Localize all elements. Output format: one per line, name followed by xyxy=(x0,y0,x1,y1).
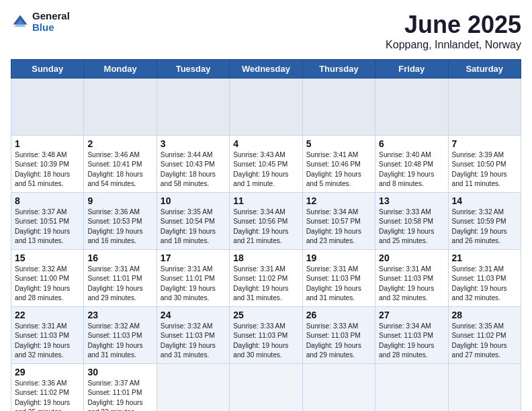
week-row-1: 1 Sunrise: 3:48 AMSunset: 10:39 PMDaylig… xyxy=(11,136,521,193)
day-number: 4 xyxy=(233,138,298,149)
calendar-cell xyxy=(448,364,521,412)
day-number: 21 xyxy=(452,253,517,263)
calendar-cell: 30 Sunrise: 3:37 AMSunset: 11:01 PMDayli… xyxy=(84,364,157,412)
day-number: 28 xyxy=(452,310,517,320)
cell-info: Sunrise: 3:36 AMSunset: 10:53 PMDaylight… xyxy=(87,208,142,244)
calendar-cell xyxy=(375,79,448,136)
cell-info: Sunrise: 3:31 AMSunset: 11:03 PMDaylight… xyxy=(452,265,507,302)
cell-info: Sunrise: 3:32 AMSunset: 11:00 PMDaylight… xyxy=(15,265,70,302)
day-number: 16 xyxy=(87,253,152,263)
cell-info: Sunrise: 3:31 AMSunset: 11:03 PMDaylight… xyxy=(379,265,434,302)
calendar-cell xyxy=(302,364,375,412)
calendar-cell: 4 Sunrise: 3:43 AMSunset: 10:45 PMDaylig… xyxy=(230,136,302,193)
calendar-cell: 24 Sunrise: 3:32 AMSunset: 11:03 PMDayli… xyxy=(157,307,229,364)
day-number: 14 xyxy=(452,195,517,206)
calendar-cell: 15 Sunrise: 3:32 AMSunset: 11:00 PMDayli… xyxy=(11,250,84,307)
calendar-cell: 2 Sunrise: 3:46 AMSunset: 10:41 PMDaylig… xyxy=(84,136,157,193)
calendar-cell: 5 Sunrise: 3:41 AMSunset: 10:46 PMDaylig… xyxy=(302,136,375,193)
calendar-cell xyxy=(375,364,448,412)
header-row: SundayMondayTuesdayWednesdayThursdayFrid… xyxy=(11,60,521,79)
cell-info: Sunrise: 3:32 AMSunset: 11:03 PMDaylight… xyxy=(161,322,216,359)
cell-info: Sunrise: 3:37 AMSunset: 10:51 PMDaylight… xyxy=(15,208,70,244)
day-number: 17 xyxy=(161,253,226,263)
calendar-cell: 19 Sunrise: 3:31 AMSunset: 11:03 PMDayli… xyxy=(302,250,375,307)
cell-info: Sunrise: 3:48 AMSunset: 10:39 PMDaylight… xyxy=(15,151,70,187)
day-number: 29 xyxy=(15,367,80,377)
calendar-cell: 18 Sunrise: 3:31 AMSunset: 11:02 PMDayli… xyxy=(230,250,302,307)
day-number: 2 xyxy=(87,138,152,149)
calendar-table: SundayMondayTuesdayWednesdayThursdayFrid… xyxy=(11,59,521,411)
day-number: 27 xyxy=(379,310,444,320)
calendar-cell: 21 Sunrise: 3:31 AMSunset: 11:03 PMDayli… xyxy=(448,250,521,307)
day-number: 18 xyxy=(233,253,298,263)
page-header: General Blue June 2025 Koppang, Innlande… xyxy=(11,11,521,51)
day-number: 30 xyxy=(87,367,152,377)
cell-info: Sunrise: 3:41 AMSunset: 10:46 PMDaylight… xyxy=(306,151,361,187)
cell-info: Sunrise: 3:36 AMSunset: 11:02 PMDaylight… xyxy=(15,379,70,411)
day-number: 7 xyxy=(452,138,517,149)
day-number: 11 xyxy=(233,195,298,206)
calendar-cell: 29 Sunrise: 3:36 AMSunset: 11:02 PMDayli… xyxy=(11,364,84,412)
week-row-0 xyxy=(11,79,521,136)
cell-info: Sunrise: 3:35 AMSunset: 11:02 PMDaylight… xyxy=(452,322,507,359)
calendar-cell xyxy=(230,364,302,412)
calendar-cell: 28 Sunrise: 3:35 AMSunset: 11:02 PMDayli… xyxy=(448,307,521,364)
calendar-cell xyxy=(230,79,302,136)
cell-info: Sunrise: 3:40 AMSunset: 10:48 PMDaylight… xyxy=(379,151,434,187)
cell-info: Sunrise: 3:44 AMSunset: 10:43 PMDaylight… xyxy=(161,151,216,187)
day-number: 8 xyxy=(15,195,80,206)
calendar-cell: 6 Sunrise: 3:40 AMSunset: 10:48 PMDaylig… xyxy=(375,136,448,193)
logo-text: General Blue xyxy=(32,11,70,33)
header-saturday: Saturday xyxy=(448,60,521,79)
cell-info: Sunrise: 3:35 AMSunset: 10:54 PMDaylight… xyxy=(161,208,216,244)
day-number: 24 xyxy=(161,310,226,320)
calendar-cell: 17 Sunrise: 3:31 AMSunset: 11:01 PMDayli… xyxy=(157,250,229,307)
calendar-cell xyxy=(84,79,157,136)
logo-icon xyxy=(11,13,30,32)
header-thursday: Thursday xyxy=(302,60,375,79)
calendar-cell: 26 Sunrise: 3:33 AMSunset: 11:03 PMDayli… xyxy=(302,307,375,364)
day-number: 23 xyxy=(87,310,152,320)
day-number: 9 xyxy=(87,195,152,206)
cell-info: Sunrise: 3:43 AMSunset: 10:45 PMDaylight… xyxy=(233,151,288,187)
cell-info: Sunrise: 3:31 AMSunset: 11:03 PMDaylight… xyxy=(306,265,361,302)
day-number: 20 xyxy=(379,253,444,263)
day-number: 19 xyxy=(306,253,371,263)
calendar-cell: 27 Sunrise: 3:34 AMSunset: 11:03 PMDayli… xyxy=(375,307,448,364)
week-row-4: 22 Sunrise: 3:31 AMSunset: 11:03 PMDayli… xyxy=(11,307,521,364)
calendar-cell: 10 Sunrise: 3:35 AMSunset: 10:54 PMDayli… xyxy=(157,193,229,250)
cell-info: Sunrise: 3:32 AMSunset: 10:59 PMDaylight… xyxy=(452,208,507,244)
header-monday: Monday xyxy=(84,60,157,79)
cell-info: Sunrise: 3:31 AMSunset: 11:02 PMDaylight… xyxy=(233,265,288,302)
day-number: 22 xyxy=(15,310,80,320)
calendar-cell: 9 Sunrise: 3:36 AMSunset: 10:53 PMDaylig… xyxy=(84,193,157,250)
day-number: 10 xyxy=(161,195,226,206)
day-number: 15 xyxy=(15,253,80,263)
calendar-cell: 7 Sunrise: 3:39 AMSunset: 10:50 PMDaylig… xyxy=(448,136,521,193)
day-number: 1 xyxy=(15,138,80,149)
calendar-cell xyxy=(157,79,229,136)
cell-info: Sunrise: 3:33 AMSunset: 11:03 PMDaylight… xyxy=(306,322,361,359)
header-sunday: Sunday xyxy=(11,60,84,79)
day-number: 5 xyxy=(306,138,371,149)
cell-info: Sunrise: 3:31 AMSunset: 11:01 PMDaylight… xyxy=(87,265,142,302)
logo-general-text: General xyxy=(32,11,70,22)
calendar-cell xyxy=(448,79,521,136)
calendar-cell: 13 Sunrise: 3:33 AMSunset: 10:58 PMDayli… xyxy=(375,193,448,250)
calendar-cell: 12 Sunrise: 3:34 AMSunset: 10:57 PMDayli… xyxy=(302,193,375,250)
calendar-cell: 16 Sunrise: 3:31 AMSunset: 11:01 PMDayli… xyxy=(84,250,157,307)
calendar-cell: 20 Sunrise: 3:31 AMSunset: 11:03 PMDayli… xyxy=(375,250,448,307)
header-wednesday: Wednesday xyxy=(230,60,302,79)
cell-info: Sunrise: 3:31 AMSunset: 11:01 PMDaylight… xyxy=(161,265,216,302)
cell-info: Sunrise: 3:39 AMSunset: 10:50 PMDaylight… xyxy=(452,151,507,187)
calendar-cell: 8 Sunrise: 3:37 AMSunset: 10:51 PMDaylig… xyxy=(11,193,84,250)
calendar-cell xyxy=(11,79,84,136)
cell-info: Sunrise: 3:33 AMSunset: 11:03 PMDaylight… xyxy=(233,322,288,359)
title-area: June 2025 Koppang, Innlandet, Norway xyxy=(386,11,521,51)
logo-blue-text: Blue xyxy=(32,22,70,34)
cell-info: Sunrise: 3:34 AMSunset: 11:03 PMDaylight… xyxy=(379,322,434,359)
day-number: 26 xyxy=(306,310,371,320)
week-row-5: 29 Sunrise: 3:36 AMSunset: 11:02 PMDayli… xyxy=(11,364,521,412)
day-number: 6 xyxy=(379,138,444,149)
day-number: 12 xyxy=(306,195,371,206)
